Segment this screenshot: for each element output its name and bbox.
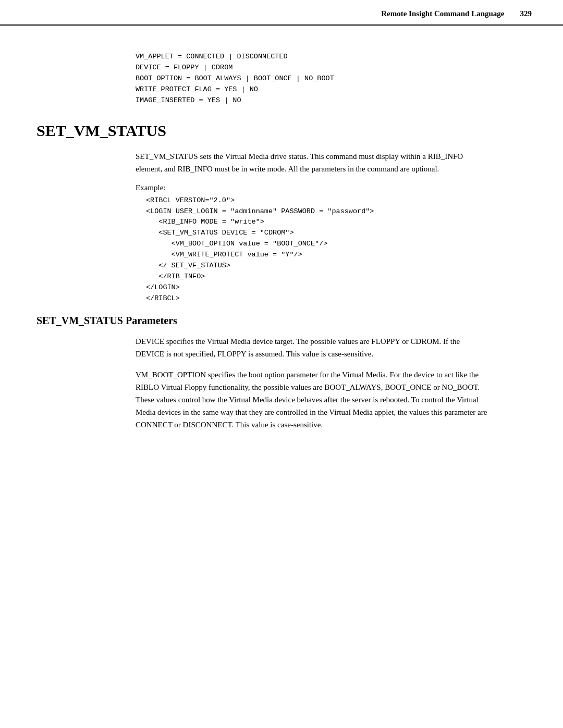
subsection-title: SET_VM_STATUS Parameters — [36, 315, 532, 327]
example-code: <RIBCL VERSION="2.0"> <LOGIN USER_LOGIN … — [146, 195, 532, 304]
example-label: Example: — [136, 183, 532, 192]
header-title: Remote Insight Command Language — [381, 9, 504, 18]
section-title: SET_VM_STATUS — [36, 122, 532, 140]
main-content: VM_APPLET = CONNECTED | DISCONNECTED DEV… — [0, 26, 563, 471]
section-description: SET_VM_STATUS sets the Virtual Media dri… — [136, 150, 490, 175]
page-header: Remote Insight Command Language 329 — [0, 0, 563, 26]
page: Remote Insight Command Language 329 VM_A… — [0, 0, 563, 728]
pre-section-code: VM_APPLET = CONNECTED | DISCONNECTED DEV… — [136, 52, 532, 106]
vm-boot-option-description: VM_BOOT_OPTION specifies the boot option… — [136, 368, 490, 431]
page-number: 329 — [520, 9, 532, 18]
device-parameter-description: DEVICE specifies the Virtual Media devic… — [136, 335, 490, 360]
